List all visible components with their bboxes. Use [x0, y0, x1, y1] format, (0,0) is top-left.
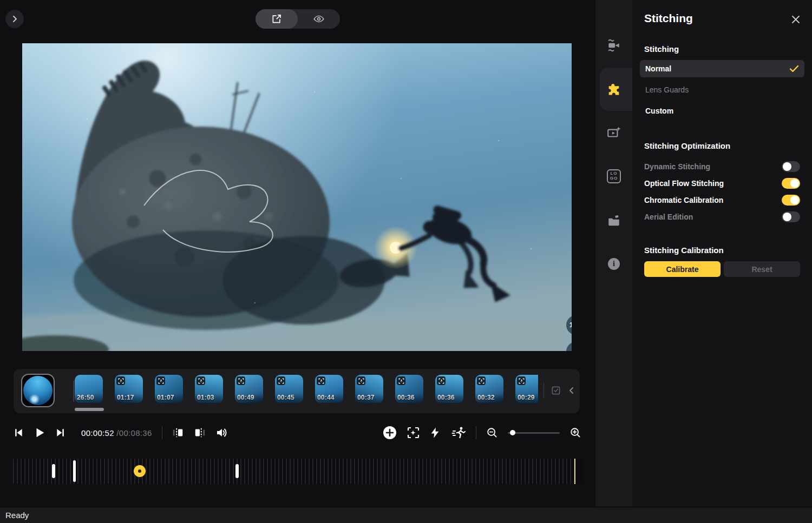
timeline-track[interactable]: [13, 459, 582, 484]
clip-thumbnail[interactable]: 01:07: [155, 375, 183, 403]
timeline-keyframe-marker[interactable]: [134, 465, 146, 477]
app-window: 16:9 26:50: [0, 0, 812, 523]
optimization-section-header: Stitching Optimization: [644, 141, 800, 150]
toggle-label: Optical Flow Stitching: [644, 179, 724, 188]
stitching-tool-button[interactable]: [595, 76, 632, 102]
freeframe-badge-icon: [277, 376, 285, 385]
freeframe-badge-icon: [156, 376, 165, 385]
clip-duration: 01:03: [197, 394, 214, 401]
collapse-filmstrip-icon[interactable]: [568, 386, 575, 395]
logo-text-bottom: GO: [610, 176, 618, 181]
clip-duration: 00:45: [277, 394, 294, 401]
freeframe-badge-icon: [517, 376, 526, 385]
filmstrip-scrollbar[interactable]: [75, 408, 104, 411]
clip-thumbnail[interactable]: 01:17: [115, 375, 143, 403]
toggle-label: Dynamic Stitching: [644, 162, 710, 171]
clip-thumbnail[interactable]: 00:29: [515, 375, 538, 403]
option-label: Lens Guards: [645, 85, 689, 94]
timeline-marker[interactable]: [235, 464, 239, 478]
clip-duration: 00:44: [317, 394, 335, 401]
clip-thumbnail[interactable]: 00:44: [315, 375, 343, 403]
timeline-playhead[interactable]: [73, 460, 76, 482]
clip-duration: 00:37: [357, 394, 375, 401]
stitching-option-normal[interactable]: Normal: [640, 60, 804, 77]
toggle-label: Aerial Edition: [644, 213, 693, 221]
zoom-slider-handle[interactable]: [510, 430, 515, 435]
zoom-out-icon[interactable]: [486, 427, 498, 439]
status-bar: Ready: [0, 507, 812, 523]
underwater-wreck-scene: [22, 43, 572, 351]
edit-mode-button[interactable]: [256, 9, 298, 29]
toggle-row-aerial-edition: Aerial Edition: [644, 208, 800, 225]
fisheye-thumbnail-image: [23, 376, 53, 405]
status-text: Ready: [5, 511, 29, 520]
add-keyframe-button[interactable]: [383, 426, 397, 440]
next-frame-button[interactable]: [55, 427, 66, 438]
total-time: /00:08:36: [116, 428, 152, 438]
toggle-knob: [783, 162, 791, 171]
clip-thumbnail[interactable]: 00:37: [355, 375, 383, 403]
clip-thumbnail[interactable]: 00:49: [235, 375, 263, 403]
timeline-marker[interactable]: [52, 464, 55, 478]
info-glyph: i: [613, 260, 615, 268]
deep-track-button[interactable]: [407, 426, 420, 439]
calibrate-button[interactable]: Calibrate: [644, 261, 721, 277]
clip-thumbnail[interactable]: 00:36: [435, 375, 463, 403]
stitching-section-header: Stitching: [644, 44, 800, 54]
multi-select-icon[interactable]: [551, 385, 561, 396]
expand-sidebar-button[interactable]: [5, 10, 24, 28]
clip-filmstrip: 26:50 01:17 01:07 01:03 00:49: [14, 369, 580, 413]
current-time: 00:00:52: [81, 428, 114, 438]
stitching-option-custom[interactable]: Custom: [640, 102, 804, 120]
preview-mode-button[interactable]: [298, 9, 340, 29]
timeshift-button[interactable]: [451, 426, 466, 439]
folder-media-icon: [607, 214, 621, 228]
clip-thumbnail[interactable]: 00:45: [275, 375, 303, 403]
clip-thumbnail[interactable]: 00:36: [395, 375, 423, 403]
freeframe-badge-icon: [437, 376, 446, 385]
tool-rail: LO GO i: [595, 0, 632, 507]
edit-icon: [271, 14, 282, 24]
clip-duration: 00:32: [477, 394, 495, 401]
previous-frame-button[interactable]: [13, 427, 24, 438]
timeline-empty-end: [576, 459, 582, 484]
file-manager-tool-button[interactable]: [595, 208, 632, 234]
trim-out-button[interactable]: [194, 427, 206, 439]
freeframe-badge-icon: [237, 376, 245, 385]
zoom-in-icon[interactable]: [569, 427, 581, 439]
clip-thumbnail[interactable]: 01:03: [195, 375, 223, 403]
option-label: Custom: [645, 107, 673, 115]
close-panel-button[interactable]: [789, 13, 802, 26]
clip-thumbnail[interactable]: 00:32: [475, 375, 503, 403]
freeframe-badge-icon: [116, 376, 125, 385]
clip-thumbnail[interactable]: 26:50: [75, 375, 103, 403]
selected-clip-thumbnail[interactable]: [21, 374, 55, 407]
logo-tool-button[interactable]: LO GO: [595, 163, 632, 189]
timeline-clip-boundary: [574, 459, 575, 484]
play-button[interactable]: [34, 426, 45, 439]
info-button[interactable]: i: [595, 251, 632, 277]
filmstrip-right-divider: [543, 383, 544, 398]
logo-icon: LO GO: [607, 169, 621, 183]
volume-button[interactable]: [215, 426, 228, 439]
stabilization-tool-button[interactable]: [595, 32, 632, 58]
ai-edit-tool-button[interactable]: [595, 120, 632, 145]
video-preview[interactable]: 16:9: [22, 43, 572, 351]
stabilize-camera-icon: [607, 38, 621, 52]
reset-button[interactable]: Reset: [724, 261, 800, 277]
timeline-zoom-slider[interactable]: [508, 432, 560, 434]
freeframe-badge-icon: [477, 376, 486, 385]
puzzle-icon: [606, 82, 621, 97]
stitching-option-lens-guards[interactable]: Lens Guards: [640, 81, 804, 98]
check-icon: [789, 65, 799, 72]
optical-flow-toggle[interactable]: [782, 178, 800, 189]
quick-effect-button[interactable]: [429, 426, 441, 439]
crop-remove-icon: [571, 347, 572, 351]
aspect-ratio-label: 16:9: [569, 321, 572, 329]
aerial-edition-toggle[interactable]: [782, 211, 800, 222]
dynamic-stitching-toggle[interactable]: [782, 161, 800, 172]
toggle-label: Chromatic Calibration: [644, 196, 723, 204]
stitching-panel: Stitching Stitching Normal Lens Guards C…: [632, 0, 812, 507]
chromatic-calibration-toggle[interactable]: [782, 195, 800, 206]
trim-in-button[interactable]: [172, 427, 184, 439]
